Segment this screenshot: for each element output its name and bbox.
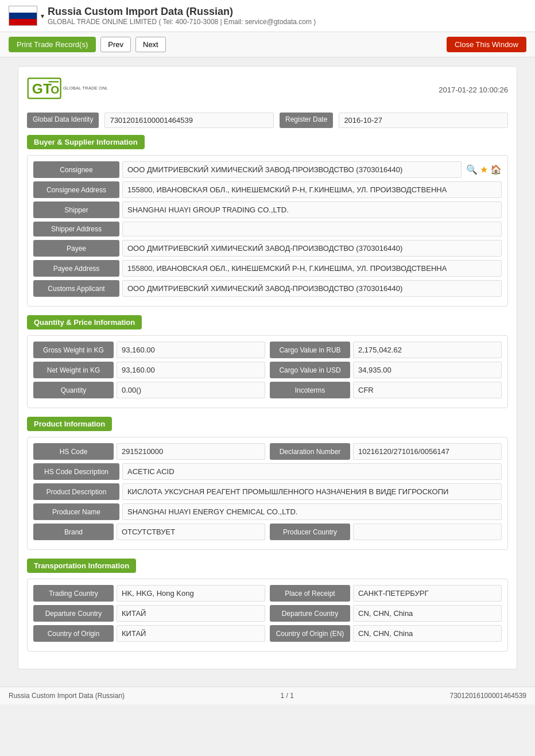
buyer-supplier-row: Consignee Address155800, ИВАНОВСКАЯ ОБЛ.…: [33, 181, 502, 198]
register-date-value: 2016-10-27: [339, 113, 508, 128]
right-col: Producer Country: [270, 524, 502, 540]
left-col: HS Code 2915210000: [33, 443, 265, 460]
flag-icon: [9, 6, 37, 26]
quantity-price-title: Quantity & Price Information: [27, 315, 142, 329]
global-data-identity-value: 73012016100001464539: [104, 113, 274, 128]
field-label: Shipper: [33, 201, 119, 218]
field-value: [122, 222, 502, 237]
footer-center: 1 / 1: [281, 692, 294, 700]
field-value: ACETIC ACID: [122, 463, 502, 480]
left-col: Country of Origin КИТАЙ: [33, 625, 265, 642]
content-area: G T O GLOBAL TRADE ONLINE LIMITED 2017-0…: [9, 57, 526, 687]
buyer-supplier-row: PayeeООО ДМИТРИЕВСКИЙ ХИМИЧЕСКИЙ ЗАВОД-П…: [33, 240, 502, 257]
producer-country-value: [353, 524, 502, 540]
field-value: КИТАЙ: [117, 605, 265, 622]
product-title: Product Information: [27, 417, 112, 431]
svg-text:G: G: [32, 81, 43, 96]
field-label: Declaration Number: [270, 443, 350, 460]
field-value: 0.00(): [117, 382, 265, 398]
right-col: Cargo Value in RUB2,175,042.62: [270, 342, 502, 358]
logo-area: G T O GLOBAL TRADE ONLINE LIMITED: [27, 75, 107, 104]
record-header: G T O GLOBAL TRADE ONLINE LIMITED 2017-0…: [27, 75, 508, 104]
field-label: Place of Receipt: [270, 585, 350, 602]
field-value: КИСЛОТА УКСУСНАЯ РЕАГЕНТ ПРОМЫШЛЕННОГО Н…: [122, 483, 502, 500]
field-value: 10216120/271016/0056147: [353, 443, 502, 460]
right-col: Country of Origin (EN) CN, CHN, China: [270, 625, 502, 642]
transportation-card: Trading Country HK, HKG, Hong Kong Place…: [27, 579, 508, 652]
field-value: SHANGHAI HUAYI ENERGY CHEMICAL CO.,LTD.: [122, 503, 502, 520]
right-col: IncotermsCFR: [270, 382, 502, 398]
buyer-supplier-title: Buyer & Supplier Information: [27, 135, 145, 149]
field-value: CFR: [353, 382, 502, 398]
field-value: CN, CHN, China: [353, 625, 502, 642]
field-label: Gross Weight in KG: [33, 342, 114, 358]
field-label: Payee: [33, 240, 119, 257]
field-value: 155800, ИВАНОВСКАЯ ОБЛ., КИНЕШЕМСКИЙ Р-Н…: [122, 260, 502, 277]
product-row: HS Code 2915210000 Declaration Number 10…: [33, 443, 502, 460]
close-window-button[interactable]: Close This Window: [447, 37, 526, 52]
field-label: Country of Origin: [33, 625, 114, 642]
brand-label: Brand: [33, 524, 114, 540]
next-button[interactable]: Next: [135, 37, 166, 52]
identity-row: Global Data Identity 7301201610000146453…: [27, 113, 508, 128]
svg-text:GLOBAL TRADE ONLINE LIMITED: GLOBAL TRADE ONLINE LIMITED: [63, 86, 107, 91]
footer-right: 73012016100001464539: [450, 692, 526, 700]
footer-left: Russia Custom Import Data (Russian): [9, 692, 125, 700]
producer-country-label: Producer Country: [270, 524, 350, 540]
transportation-title: Transportation Information: [27, 559, 136, 573]
quantity-price-row: Net Weight in KG93,160.00Cargo Value in …: [33, 362, 502, 378]
field-label: HS Code Description: [33, 463, 119, 480]
quantity-price-row: Quantity0.00()IncotermsCFR: [33, 382, 502, 398]
field-value: 2915210000: [117, 443, 265, 460]
search-icon[interactable]: 🔍: [466, 164, 478, 175]
field-value: КИТАЙ: [117, 625, 265, 642]
record-action-icons: 🔍★🏠: [466, 161, 502, 178]
field-value: ООО ДМИТРИЕВСКИЙ ХИМИЧЕСКИЙ ЗАВОД-ПРОИЗВ…: [122, 161, 462, 178]
buyer-supplier-card: ConsigneeООО ДМИТРИЕВСКИЙ ХИМИЧЕСКИЙ ЗАВ…: [27, 155, 508, 307]
quantity-price-row: Gross Weight in KG93,160.00Cargo Value i…: [33, 342, 502, 358]
record-card: G T O GLOBAL TRADE ONLINE LIMITED 2017-0…: [18, 66, 517, 669]
field-label: Consignee Address: [33, 181, 119, 198]
field-label: HS Code: [33, 443, 114, 460]
left-col: Trading Country HK, HKG, Hong Kong: [33, 585, 265, 602]
gto-logo: G T O GLOBAL TRADE ONLINE LIMITED: [27, 75, 107, 104]
field-value: 34,935.00: [353, 362, 502, 378]
right-col: Declaration Number 10216120/271016/00561…: [270, 443, 502, 460]
field-label: Departure Country: [33, 605, 114, 622]
toolbar: Print Trade Record(s) Prev Next Close Th…: [0, 32, 535, 57]
flag-dropdown[interactable]: ▾: [41, 12, 44, 20]
prev-button[interactable]: Prev: [100, 37, 131, 52]
product-field-row: Product DescriptionКИСЛОТА УКСУСНАЯ РЕАГ…: [33, 483, 502, 500]
field-value: САНКТ-ПЕТЕРБУРГ: [353, 585, 502, 602]
home-icon[interactable]: 🏠: [490, 164, 502, 175]
field-value: HK, HKG, Hong Kong: [117, 585, 265, 602]
transportation-row: Trading Country HK, HKG, Hong Kong Place…: [33, 585, 502, 602]
field-value: CN, CHN, China: [353, 605, 502, 622]
left-col: Departure Country КИТАЙ: [33, 605, 265, 622]
product-field-row: HS Code DescriptionACETIC ACID: [33, 463, 502, 480]
left-col: Brand ОТСУТСТВУЕТ: [33, 524, 265, 540]
product-card: HS Code 2915210000 Declaration Number 10…: [27, 437, 508, 550]
product-field-row: Producer NameSHANGHAI HUAYI ENERGY CHEMI…: [33, 503, 502, 520]
right-col: Place of Receipt САНКТ-ПЕТЕРБУРГ: [270, 585, 502, 602]
star-icon[interactable]: ★: [480, 164, 488, 175]
field-value: 93,160.00: [117, 362, 265, 378]
brand-row: Brand ОТСУТСТВУЕТ Producer Country: [33, 524, 502, 540]
field-value: 2,175,042.62: [353, 342, 502, 358]
quantity-price-card: Gross Weight in KG93,160.00Cargo Value i…: [27, 335, 508, 408]
field-label: Cargo Value in USD: [270, 362, 350, 378]
field-value: 155800, ИВАНОВСКАЯ ОБЛ., КИНЕШЕМСКИЙ Р-Н…: [122, 181, 502, 198]
left-col: Gross Weight in KG93,160.00: [33, 342, 265, 358]
footer-bar: Russia Custom Import Data (Russian) 1 / …: [0, 687, 535, 704]
field-value: ООО ДМИТРИЕВСКИЙ ХИМИЧЕСКИЙ ЗАВОД-ПРОИЗВ…: [122, 280, 502, 297]
print-button[interactable]: Print Trade Record(s): [9, 37, 96, 52]
quantity-price-section: Quantity & Price Information Gross Weigh…: [27, 315, 508, 408]
header-bar: ▾ Russia Custom Import Data (Russian) GL…: [0, 0, 535, 32]
transportation-row: Departure Country КИТАЙ Departure Countr…: [33, 605, 502, 622]
buyer-supplier-row: Customs ApplicantООО ДМИТРИЕВСКИЙ ХИМИЧЕ…: [33, 280, 502, 297]
buyer-supplier-row: ShipperSHANGHAI HUAYI GROUP TRADING CO.,…: [33, 201, 502, 218]
right-col: Cargo Value in USD34,935.00: [270, 362, 502, 378]
field-label: Quantity: [33, 382, 114, 398]
buyer-supplier-row: ConsigneeООО ДМИТРИЕВСКИЙ ХИМИЧЕСКИЙ ЗАВ…: [33, 161, 502, 178]
buyer-supplier-row: Payee Address155800, ИВАНОВСКАЯ ОБЛ., КИ…: [33, 260, 502, 277]
